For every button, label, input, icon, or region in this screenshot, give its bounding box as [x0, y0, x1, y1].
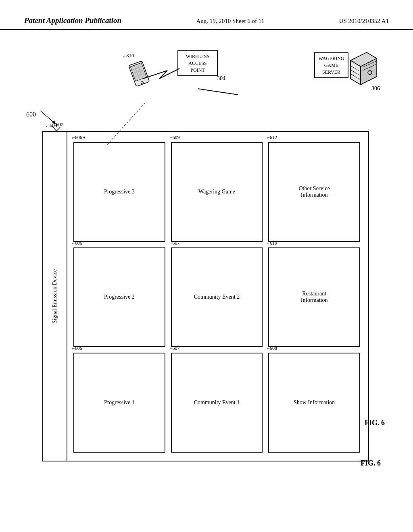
header: Patent Application Publication Aug. 19, … [0, 0, 413, 30]
box-wagering-game: ⌐609 Wagering Game [171, 142, 263, 242]
fig-6-label: FIG. 6 [361, 459, 381, 468]
box-progressive-3: ⌐606A Progressive 3 [73, 142, 165, 242]
wgs-text: WAGERINGGAMESERVER [319, 56, 344, 75]
wap-label-box: WIRELESSACCESSPOINT [177, 50, 218, 76]
diagram-area: FIG. 6 WAGERINGGAMESERVER [20, 48, 393, 508]
box-restaurant-text: RestaurantInformation [301, 291, 328, 303]
ref-606-2: ⌐606 [72, 240, 82, 246]
box-progressive-1: ⌐606 Progressive 1 [73, 353, 165, 453]
ref-306: 306 [371, 85, 380, 92]
ref-608: ⌐608 [267, 345, 277, 351]
ref-606-1: ⌐606 [72, 345, 82, 351]
box-restaurant: ⌐610 RestaurantInformation [268, 247, 360, 347]
box-other-service-text: Other ServiceInformation [298, 185, 330, 198]
sed-label-strip: Signal Emission Device [43, 132, 67, 461]
content-grid: ⌐606A Progressive 3 ⌐609 Wagering Game [69, 138, 364, 457]
ref-609: ⌐609 [170, 135, 180, 141]
box-wagering-game-text: Wagering Game [198, 189, 235, 195]
bracket-604: ⌐ [46, 123, 49, 129]
bracket-310: ⌐ [123, 53, 126, 60]
box-progressive-2-text: Progressive 2 [104, 294, 135, 300]
ref-304: 304 [217, 75, 225, 82]
ref-607-2: ⌐607 [170, 240, 180, 246]
server-svg [344, 50, 379, 87]
box-community-event-2: ⌐607 Community Event 2 [171, 247, 263, 347]
wap-text: WIRELESSACCESSPOINT [186, 54, 210, 73]
outer-boundary: ⌐ 602 Signal Emission Device ⌐ 604 ⌐606A [42, 131, 369, 461]
box-community-event-2-text: Community Event 2 [194, 294, 240, 300]
handheld-area: ⌐ 310 [127, 60, 153, 94]
server-icon [344, 50, 379, 88]
date-sheet-label: Aug. 19, 2010 Sheet 6 of 11 [196, 16, 265, 25]
wgs-label-box: WAGERINGGAMESERVER [314, 52, 348, 78]
box-progressive-1-text: Progressive 1 [104, 399, 135, 406]
page: Patent Application Publication Aug. 19, … [0, 0, 413, 532]
ref-604: 604 [50, 122, 58, 129]
box-progressive-3-text: Progressive 3 [104, 189, 135, 195]
ref-612: ⌐612 [267, 135, 277, 141]
sed-label: Signal Emission Device [52, 269, 58, 324]
patent-number-label: US 2010/210352 A1 [339, 16, 389, 25]
box-community-event-1-text: Community Event 1 [194, 399, 240, 406]
publication-label: Patent Application Publication [24, 16, 121, 25]
ref-310: 310 [126, 52, 134, 59]
svg-line-1 [198, 89, 238, 95]
box-community-event-1: ⌐607 Community Event 1 [171, 353, 263, 453]
ref-607-1: ⌐607 [170, 345, 180, 351]
box-progressive-2: ⌐606 Progressive 2 [73, 247, 165, 347]
box-other-service: ⌐612 Other ServiceInformation [268, 142, 360, 242]
box-show-info-text: Show Information [294, 399, 335, 406]
sed-outer-box: Signal Emission Device ⌐ 604 ⌐606A Progr… [42, 131, 369, 461]
handheld-svg [127, 60, 153, 93]
ref-606a: ⌐606A [72, 135, 86, 141]
ref-600: 600 [26, 111, 36, 118]
svg-line-22 [40, 111, 54, 123]
box-show-info: ⌐608 Show Information [268, 353, 360, 453]
ref-610: ⌐610 [267, 240, 277, 246]
